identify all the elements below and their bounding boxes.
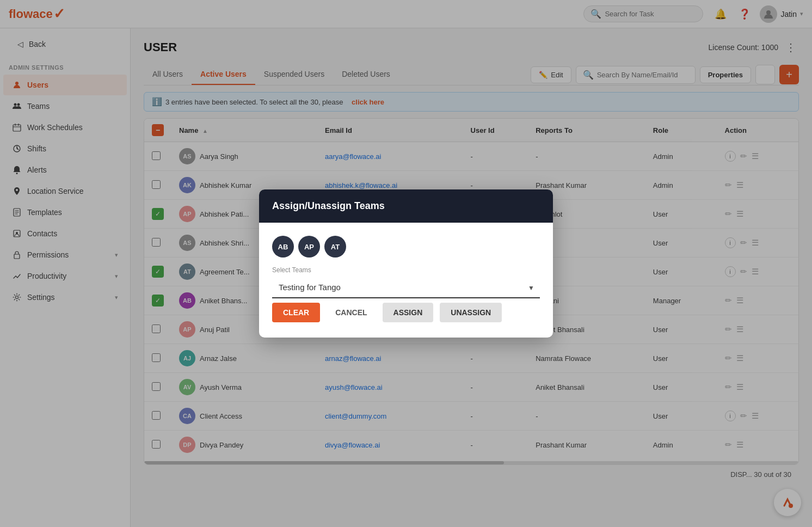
cancel-button[interactable]: CANCEL [327,303,376,322]
selected-avatar-ap: AP [298,236,320,258]
assign-button[interactable]: ASSIGN [383,303,434,322]
team-select-wrapper: Testing for Tango ▼ [272,277,540,298]
modal-overlay: Assign/Unassign Teams AB AP AT Select Te… [0,0,812,527]
select-teams-label: Select Teams [272,266,540,274]
assign-teams-modal: Assign/Unassign Teams AB AP AT Select Te… [259,189,553,338]
selected-avatar-at: AT [324,236,346,258]
team-select[interactable]: Testing for Tango [272,277,540,298]
modal-footer: CLEAR CANCEL ASSIGN UNASSIGN [272,298,540,324]
clear-button[interactable]: CLEAR [272,303,320,322]
selected-user-avatars: AB AP AT [272,236,540,258]
unassign-button[interactable]: UNASSIGN [440,303,502,322]
modal-header: Assign/Unassign Teams [259,189,553,223]
modal-title: Assign/Unassign Teams [272,200,385,211]
selected-avatar-ab: AB [272,236,294,258]
modal-body: AB AP AT Select Teams Testing for Tango … [259,223,553,338]
